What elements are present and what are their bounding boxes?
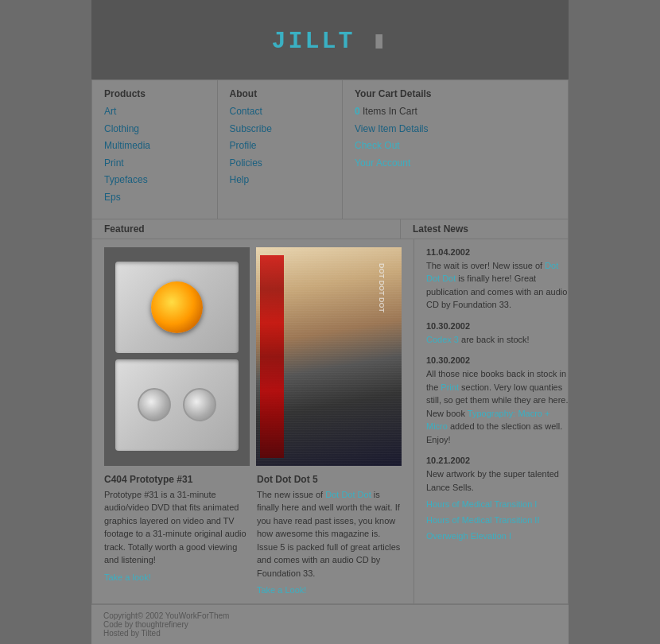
footer-line-1: Copyright© 2002 YouWorkForThem	[103, 611, 557, 620]
nav-link-print[interactable]: Print	[104, 155, 205, 173]
nav-about: About Contact Subscribe Profile Policies…	[218, 80, 344, 219]
dotdotdot-title: Dot Dot Dot 5	[257, 474, 402, 485]
cart-count: 0	[355, 106, 360, 117]
c404-info: C404 Prototype #31 Prototype #31 is a 31…	[104, 474, 249, 596]
nav-link-eps[interactable]: Eps	[104, 189, 205, 207]
news-date-4: 10.21.2002	[426, 456, 569, 465]
c404-description: Prototype #31 is a 31-minute audio/video…	[104, 488, 249, 567]
news-date-1: 11.04.2002	[426, 247, 569, 257]
site-header: JILLT ▮	[91, 0, 569, 80]
news-text-3: All those nice books back in stock in th…	[426, 367, 569, 446]
view-details-line: View Item Details	[355, 121, 556, 138]
section-headers-row: Featured Latest News	[92, 219, 568, 239]
nav-link-subscribe[interactable]: Subscribe	[230, 121, 331, 138]
news-date-3: 10.30.2002	[426, 355, 569, 365]
nav-products: Products Art Clothing Multimedia Print T…	[92, 80, 218, 219]
news-text-4: New artwork by the super talented Lance …	[426, 467, 569, 494]
footer: Copyright© 2002 YouWorkForThem Code by t…	[91, 604, 569, 644]
nav-link-multimedia[interactable]: Multimedia	[104, 138, 205, 155]
nav-link-policies[interactable]: Policies	[230, 155, 331, 173]
dotdot-link[interactable]: Dot Dot Dot	[426, 261, 558, 284]
account-link[interactable]: Your Account	[355, 157, 410, 169]
about-header: About	[230, 88, 331, 99]
view-details-link[interactable]: View Item Details	[355, 123, 428, 134]
news-date-2: 10.30.2002	[426, 321, 569, 331]
nav-link-typefaces[interactable]: Typefaces	[104, 172, 205, 189]
news-item-1: 11.04.2002 The wait is over! New issue o…	[426, 247, 569, 312]
print-link[interactable]: Print	[441, 382, 459, 392]
footer-line-2: Code by thoughtrefinery	[103, 620, 557, 629]
featured-section-header: Featured	[92, 219, 401, 239]
nav-link-contact[interactable]: Contact	[230, 103, 331, 121]
overweigh-link[interactable]: Overweigh Elevation I	[426, 529, 569, 545]
featured-news-content: DOT DOT DOT C404 Prototype #31 Prototype…	[92, 239, 568, 604]
featured-content: DOT DOT DOT C404 Prototype #31 Prototype…	[92, 239, 414, 604]
checkout-line: Check Out	[355, 138, 556, 155]
news-content: 11.04.2002 The wait is over! New issue o…	[414, 239, 581, 604]
product-pair: C404 Prototype #31 Prototype #31 is a 31…	[104, 474, 402, 596]
dotdotdot-description: The new issue of Dot Dot Dot is finally …	[257, 488, 402, 580]
nav-row: Products Art Clothing Multimedia Print T…	[92, 80, 568, 219]
products-header: Products	[104, 88, 205, 99]
nav-link-help[interactable]: Help	[230, 172, 331, 189]
nav-link-clothing[interactable]: Clothing	[104, 121, 205, 138]
dotdotdot-link[interactable]: Take a Look!	[257, 585, 306, 595]
medical-transition-2-link[interactable]: Hours of Medical Transition II	[426, 513, 569, 529]
account-line: Your Account	[355, 155, 556, 173]
nav-link-profile[interactable]: Profile	[230, 138, 331, 155]
c404-link[interactable]: Take a look!	[104, 572, 151, 582]
news-item-4: 10.21.2002 New artwork by the super tale…	[426, 456, 569, 544]
footer-line-3: Hosted by Tilted	[103, 629, 557, 638]
checkout-link[interactable]: Check Out	[355, 140, 400, 151]
news-item-2: 10.30.2002 Codex 3 are back in stock!	[426, 321, 569, 347]
site-logo: JILLT ▮	[271, 25, 388, 55]
dotdotdot-image: DOT DOT DOT	[256, 247, 402, 466]
news-text-2: Codex 3 are back in stock!	[426, 333, 569, 347]
news-section-header: Latest News	[401, 219, 568, 239]
typography-link[interactable]: Typography: Macro + Micro	[426, 409, 549, 432]
c404-image	[104, 247, 250, 466]
nav-cart: Your Cart Details 0 Items In Cart View I…	[343, 80, 568, 219]
medical-transition-1-link[interactable]: Hours of Medical Transition I	[426, 497, 569, 513]
dotdotdot-info: Dot Dot Dot 5 The new issue of Dot Dot D…	[257, 474, 402, 596]
nav-link-art[interactable]: Art	[104, 103, 205, 121]
featured-images-row: DOT DOT DOT	[104, 247, 402, 466]
codex3-link[interactable]: Codex 3	[426, 335, 459, 344]
main-content: Products Art Clothing Multimedia Print T…	[91, 80, 569, 604]
cart-header: Your Cart Details	[355, 88, 556, 99]
c404-title: C404 Prototype #31	[104, 474, 249, 485]
items-in-cart-label: Items In Cart	[363, 106, 417, 117]
cart-count-line: 0 Items In Cart	[355, 103, 556, 121]
news-item-3: 10.30.2002 All those nice books back in …	[426, 355, 569, 446]
news-text-1: The wait is over! New issue of Dot Dot D…	[426, 259, 569, 312]
